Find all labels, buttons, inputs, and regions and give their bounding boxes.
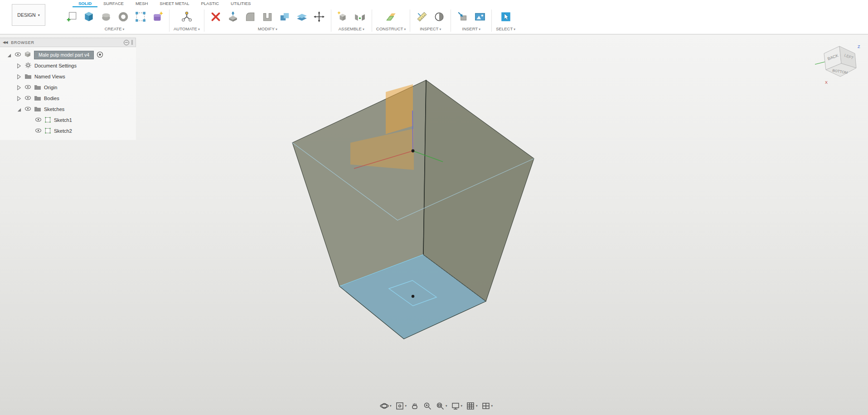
expand-triangle-icon[interactable] [15, 106, 22, 112]
tree-row-origin[interactable]: Origin [0, 82, 136, 93]
tree-row-sketches[interactable]: Sketches [0, 104, 136, 115]
browser-minimize-icon[interactable] [124, 40, 129, 45]
ribbon-groups: CREATE AUTOMATE [60, 7, 868, 34]
dropdown-caret-icon[interactable]: ▾ [476, 404, 478, 408]
zoom-window-icon[interactable]: ▾ [436, 401, 447, 410]
measure-icon[interactable] [414, 9, 429, 24]
ribbon: SOLID SURFACE MESH SHEET METAL PLASTIC U… [60, 0, 868, 34]
ribbon-tabs: SOLID SURFACE MESH SHEET METAL PLASTIC U… [60, 0, 868, 7]
tab-solid[interactable]: SOLID [73, 0, 97, 7]
visibility-eye-icon[interactable] [35, 128, 42, 134]
insert-derive-icon[interactable] [455, 9, 470, 24]
move-copy-icon[interactable] [312, 9, 327, 24]
create-menu[interactable]: CREATE [105, 26, 125, 34]
collapse-triangle-icon[interactable] [15, 74, 22, 80]
construction-plane-icon[interactable] [383, 9, 398, 24]
sketch-center-point [412, 295, 414, 298]
modify-menu[interactable]: MODIFY [258, 26, 277, 34]
dropdown-caret-icon[interactable]: ▾ [405, 404, 407, 408]
tree-item-label: Origin [44, 85, 57, 90]
tree-item-label: Sketches [44, 106, 64, 112]
construct-menu[interactable]: CONSTRUCT [376, 26, 406, 34]
display-settings-icon[interactable]: ▾ [451, 401, 463, 410]
scripts-addins-icon[interactable] [179, 9, 194, 24]
activate-radio-icon[interactable] [97, 51, 103, 59]
view-cube[interactable]: BACK LEFT BOTTOM Z X [813, 41, 865, 93]
viewport-3d[interactable]: BACK LEFT BOTTOM Z X ◀◀ BROWSER Male pul… [0, 34, 868, 415]
visibility-eye-icon[interactable] [35, 117, 42, 123]
root-component-label[interactable]: Male pulp model part v4 [34, 51, 94, 59]
group-construct: CONSTRUCT [372, 7, 410, 34]
tree-row-bodies[interactable]: Bodies [0, 93, 136, 104]
browser-panel: ◀◀ BROWSER Male pulp model part v4 Docum… [0, 38, 136, 140]
workspace-menu-label: DESIGN [17, 12, 35, 18]
tree-row-sketch2[interactable]: Sketch2 [0, 125, 136, 136]
viewports-icon[interactable]: ▾ [481, 401, 493, 410]
canvas-icon[interactable] [472, 9, 487, 24]
tree-item-label: Document Settings [34, 63, 77, 68]
tree-item-label: Bodies [44, 96, 59, 101]
browser-header[interactable]: ◀◀ BROWSER [0, 38, 136, 47]
collapse-triangle-icon[interactable] [15, 63, 22, 69]
select-menu[interactable]: SELECT [496, 26, 515, 34]
new-component-icon[interactable] [335, 9, 350, 24]
group-create: CREATE [60, 7, 169, 34]
dropdown-caret-icon[interactable]: ▾ [446, 404, 447, 408]
expand-triangle-icon[interactable] [5, 52, 12, 58]
fillet-icon[interactable] [243, 9, 258, 24]
automate-menu[interactable]: AUTOMATE [174, 26, 200, 34]
tab-utilities[interactable]: UTILITIES [225, 0, 257, 7]
tab-mesh[interactable]: MESH [130, 0, 154, 7]
zoom-icon[interactable] [423, 401, 432, 410]
folder-icon [34, 106, 41, 113]
dropdown-caret-icon[interactable]: ▾ [491, 404, 493, 408]
tab-sheet-metal[interactable]: SHEET METAL [154, 0, 195, 7]
folder-icon [34, 95, 41, 102]
group-insert: INSERT [451, 7, 491, 34]
browser-drag-handle[interactable] [131, 40, 133, 45]
pan-icon[interactable] [410, 401, 419, 410]
offset-face-icon[interactable] [295, 9, 310, 24]
rectangular-pattern-icon[interactable] [133, 9, 148, 24]
revolve-icon[interactable] [98, 9, 113, 24]
visibility-eye-icon[interactable] [15, 52, 21, 58]
visibility-eye-icon[interactable] [24, 95, 31, 101]
collapse-triangle-icon[interactable] [15, 96, 22, 101]
collapse-triangle-icon[interactable] [15, 85, 22, 91]
browser-title: BROWSER [11, 40, 124, 45]
look-at-icon[interactable]: ▾ [395, 401, 407, 410]
group-automate: AUTOMATE [170, 7, 204, 34]
shell-icon[interactable] [260, 9, 275, 24]
sketch-icon [44, 127, 51, 135]
sweep-icon[interactable] [116, 9, 131, 24]
create-form-icon[interactable] [150, 9, 165, 24]
group-modify: MODIFY [204, 7, 331, 34]
assemble-menu[interactable]: ASSEMBLE [339, 26, 364, 34]
tree-row-sketch1[interactable]: Sketch1 [0, 115, 136, 125]
visibility-eye-icon[interactable] [24, 106, 31, 112]
create-sketch-icon[interactable] [64, 9, 79, 24]
dropdown-caret-icon[interactable]: ▾ [461, 404, 463, 408]
tab-plastic[interactable]: PLASTIC [195, 0, 225, 7]
inspect-menu[interactable]: INSPECT [420, 26, 441, 34]
browser-collapse-icon[interactable]: ◀◀ [3, 40, 7, 44]
tab-surface[interactable]: SURFACE [97, 0, 130, 7]
visibility-eye-icon[interactable] [24, 84, 31, 91]
insert-menu[interactable]: INSERT [462, 26, 481, 34]
select-icon[interactable] [498, 9, 513, 24]
dropdown-caret-icon[interactable]: ▾ [390, 404, 392, 408]
section-analysis-icon[interactable] [432, 9, 446, 24]
grid-and-snaps-icon[interactable]: ▾ [466, 401, 478, 410]
combine-icon[interactable] [277, 9, 292, 24]
tree-row-root-component[interactable]: Male pulp model part v4 [0, 49, 136, 60]
tree-row-document-settings[interactable]: Document Settings [0, 60, 136, 71]
joint-icon[interactable] [353, 9, 368, 24]
workspace-menu-button[interactable]: DESIGN [12, 4, 45, 26]
press-pull-icon[interactable] [226, 9, 241, 24]
tree-item-label: Sketch1 [54, 117, 72, 123]
extrude-icon[interactable] [81, 9, 96, 24]
delete-icon[interactable] [209, 9, 223, 24]
orbit-icon[interactable]: ▾ [380, 401, 392, 410]
tree-row-named-views[interactable]: Named Views [0, 71, 136, 82]
group-select: SELECT [492, 7, 519, 34]
